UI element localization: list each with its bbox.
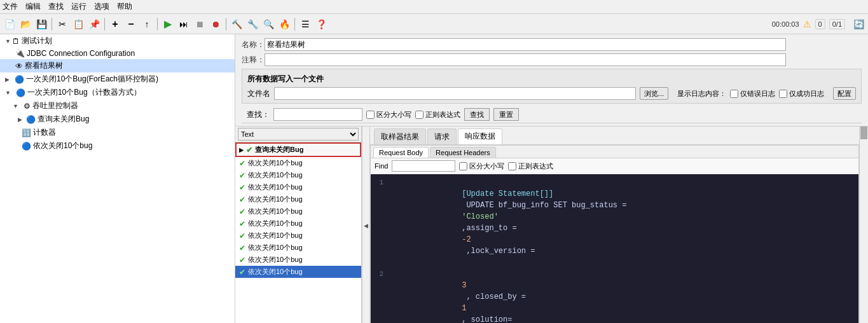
result-item-9[interactable]: ✔ 依次关闭10个bug: [235, 254, 361, 266]
warning-count: 0: [815, 19, 825, 29]
regex-checkbox[interactable]: [415, 111, 424, 119]
refresh-button[interactable]: 🔄: [851, 17, 865, 31]
case-sensitive-checkbox[interactable]: [366, 111, 375, 119]
help-button[interactable]: ❓: [314, 17, 328, 31]
find-case-label: 区分大小写: [459, 162, 504, 171]
reset-button[interactable]: 重置: [493, 108, 519, 121]
results-tree-body: ▶ ✔ 查询未关闭Bug ✔ 依次关闭10个bug ✔ 依次关闭10个bug ✔: [235, 142, 361, 323]
sub-tab-request-headers[interactable]: Request Headers: [430, 147, 496, 158]
record-button[interactable]: ⏺: [209, 17, 223, 31]
result-item-4[interactable]: ✔ 依次关闭10个bug: [235, 193, 361, 205]
tree-arrow-foreach1: ▶: [5, 76, 10, 83]
result-item-8[interactable]: ✔ 依次关闭10个bug: [235, 242, 361, 254]
find-regex-checkbox[interactable]: [508, 162, 516, 170]
menu-help[interactable]: 帮助: [117, 1, 132, 12]
result-check-icon-4: ✔: [239, 195, 245, 204]
view-dropdown[interactable]: Text XML HTML JSON: [238, 128, 359, 141]
result-label-6: 依次关闭10个bug: [248, 219, 303, 228]
list-button[interactable]: ☰: [298, 17, 312, 31]
tree-item-throttle[interactable]: ▼ ⚙ 吞吐里控制器: [0, 99, 235, 113]
result-item-10[interactable]: ✔ 依次关闭10个bug: [235, 266, 361, 278]
code-str-1: 'Closed': [462, 212, 499, 221]
result-group-query[interactable]: ▶ ✔ 查询未关闭Bug: [235, 142, 361, 157]
tree-item-counter2[interactable]: 🔢 计数器: [0, 126, 235, 139]
collapse-icon: ◀: [364, 223, 368, 229]
success-log-label: 仅成功日志: [789, 89, 824, 99]
plan-icon: 🗒: [12, 37, 20, 46]
error-log-checkbox-label: 仅错误日志: [730, 89, 775, 99]
tree-item-query[interactable]: ▶ 🔵 查询未关闭Bug: [0, 113, 235, 126]
menu-options[interactable]: 选项: [94, 1, 109, 12]
tree-item-plan[interactable]: ▼ 🗒 测试计划: [0, 34, 235, 48]
save-button[interactable]: 💾: [34, 17, 48, 31]
toolbar-separator-2: [104, 18, 105, 31]
result-label-4: 依次关闭10个bug: [248, 195, 303, 204]
tab-sampler-results[interactable]: 取样器结果: [374, 128, 426, 144]
flame-button[interactable]: 🔥: [277, 17, 291, 31]
result-item-3[interactable]: ✔ 依次关闭10个bug: [235, 181, 361, 193]
menu-edit[interactable]: 编辑: [25, 1, 41, 12]
tree-item-view[interactable]: 👁 察看结果树: [0, 59, 235, 72]
error-log-checkbox[interactable]: [730, 90, 738, 98]
case-sensitive-checkbox-label: 区分大小写: [366, 110, 411, 120]
tree-item-foreach1[interactable]: ▶ 🔵 一次关闭10个Bug(ForEach循环控制器): [0, 72, 235, 86]
paste-button[interactable]: 📌: [87, 17, 101, 31]
result-item-7[interactable]: ✔ 依次关闭10个bug: [235, 230, 361, 242]
move-up-button[interactable]: ↑: [140, 17, 154, 31]
result-check-icon-7: ✔: [239, 231, 245, 240]
new-button[interactable]: 📄: [3, 17, 17, 31]
toolbar-separator-5: [294, 18, 295, 31]
menu-find[interactable]: 查找: [48, 1, 64, 12]
add-button[interactable]: +: [108, 17, 122, 31]
right-scrollbar[interactable]: [859, 127, 868, 323]
success-log-checkbox[interactable]: [779, 90, 787, 98]
search-input[interactable]: [273, 108, 362, 121]
copy-button[interactable]: 📋: [71, 17, 85, 31]
regex-label: 正则表达式: [425, 110, 460, 120]
log-display-label: 显示日志内容：: [677, 89, 726, 99]
error-log-label: 仅错误日志: [740, 89, 775, 99]
run-button[interactable]: ▶: [161, 17, 175, 31]
config-button[interactable]: 配置: [833, 87, 856, 100]
open-button[interactable]: 📂: [18, 17, 32, 31]
comment-input[interactable]: [265, 53, 786, 66]
tab-request[interactable]: 请求: [427, 128, 457, 144]
line-content-1: [Update Statement[]] UPDATE bf_bug_info …: [389, 177, 858, 268]
search-execute-button[interactable]: 查找: [464, 108, 490, 121]
counter1-icon: 🔵: [16, 88, 25, 97]
name-input[interactable]: [265, 38, 786, 51]
remove-button[interactable]: −: [124, 17, 138, 31]
search-label: 查找：: [247, 109, 270, 120]
menu-file[interactable]: 文件: [3, 1, 18, 12]
results-tree-header: Text XML HTML JSON: [235, 127, 361, 142]
cut-button[interactable]: ✂: [55, 17, 69, 31]
result-item-6[interactable]: ✔ 依次关闭10个bug: [235, 217, 361, 230]
code-text-5: , solution=: [462, 315, 512, 323]
code-text-3: ,lock_version =: [462, 247, 535, 256]
split-collapse-handle[interactable]: ◀: [362, 127, 370, 323]
skip-button[interactable]: ⏭: [177, 17, 191, 31]
scrollbar-thumb[interactable]: [860, 127, 867, 139]
result-check-icon-2: ✔: [239, 171, 245, 180]
file-name-input[interactable]: [274, 87, 636, 100]
code-editor[interactable]: 1 [Update Statement[]] UPDATE bf_bug_inf…: [371, 174, 858, 323]
tab-response-data[interactable]: 响应数据: [458, 128, 502, 144]
sub-tab-request-body[interactable]: Request Body: [373, 147, 429, 158]
result-item-2[interactable]: ✔ 依次关闭10个bug: [235, 169, 361, 181]
tree-item-close10[interactable]: 🔵 依次关闭10个bug: [0, 139, 235, 153]
tree-item-counter1[interactable]: ▼ 🔵 一次关闭10个Bug（计数器方式）: [0, 86, 235, 99]
search-button[interactable]: 🔍: [261, 17, 275, 31]
tree-item-jdbc[interactable]: 🔌 JDBC Connection Configuration: [0, 48, 235, 59]
result-item-5[interactable]: ✔ 依次关闭10个bug: [235, 205, 361, 217]
find-input[interactable]: [392, 160, 455, 172]
browse-button[interactable]: 浏览...: [640, 87, 668, 100]
wrench-button[interactable]: 🔧: [245, 17, 259, 31]
hammer-button[interactable]: 🔨: [230, 17, 244, 31]
main-tabs-bar: 取样器结果 请求 响应数据: [370, 127, 859, 145]
regex-checkbox-label: 正则表达式: [415, 110, 460, 120]
find-case-checkbox[interactable]: [459, 162, 467, 170]
result-check-icon-10: ✔: [239, 268, 245, 277]
result-item-1[interactable]: ✔ 依次关闭10个bug: [235, 157, 361, 169]
stop-button[interactable]: ⏹: [193, 17, 207, 31]
menu-run[interactable]: 运行: [71, 1, 86, 12]
